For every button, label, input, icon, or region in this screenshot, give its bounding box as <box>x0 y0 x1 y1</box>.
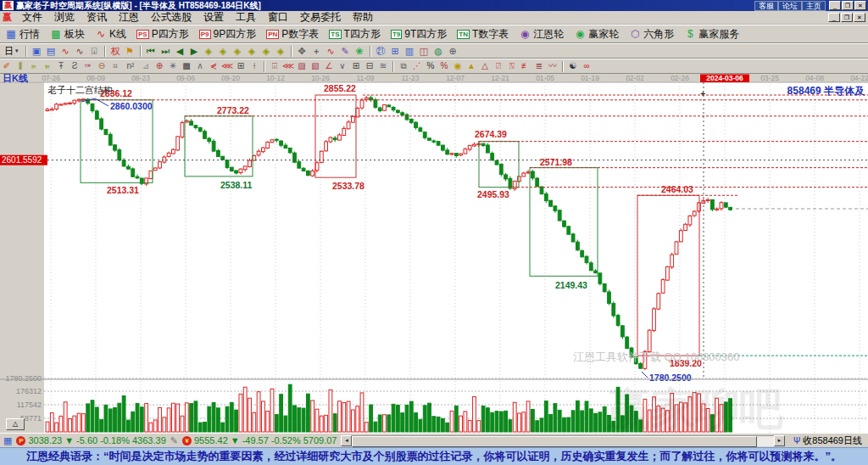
target-icon[interactable]: ⊕ <box>153 60 166 72</box>
restore-button[interactable]: ❐ <box>842 1 854 10</box>
toolbar-kline[interactable]: ∿K线 <box>90 26 131 42</box>
toolbar-winner-wheel[interactable]: ◉赢家轮 <box>569 26 624 42</box>
exrights-icon[interactable]: 权 <box>108 45 123 58</box>
scrollbar-thumb[interactable] <box>352 436 757 447</box>
n-square-icon[interactable]: n² <box>122 60 139 72</box>
percent-gold-icon[interactable]: % <box>437 60 451 72</box>
pan-hand-icon[interactable]: ✥ <box>295 45 309 58</box>
pair-box-icon[interactable]: ⧉ <box>397 60 410 72</box>
golden-grid2-icon[interactable]: ⫢ <box>41 60 54 72</box>
menu-item-3[interactable]: 江恩 <box>113 10 145 25</box>
list-grid-icon[interactable]: ⊟ <box>363 60 376 72</box>
calculator-icon[interactable]: ⊞ <box>388 45 403 58</box>
menu-item-9[interactable]: 帮助 <box>347 10 379 25</box>
flower-icon[interactable]: ❀ <box>353 45 367 58</box>
menu-item-8[interactable]: 交易委托 <box>294 10 347 25</box>
infinity-icon[interactable]: ∞ <box>580 60 593 72</box>
diamond-updown-icon[interactable]: ◈ <box>245 45 259 58</box>
pointer-pen-icon[interactable]: ✐ <box>0 60 14 72</box>
scroll-right-icon[interactable]: ► <box>774 435 785 446</box>
fan-red2-icon[interactable]: ⋘ <box>220 60 234 72</box>
toolbar-p-square[interactable]: PSP四方形 <box>131 26 194 42</box>
v-line-icon[interactable]: ∨ <box>336 60 349 72</box>
toolbar-hexagon[interactable]: ⬡六角形 <box>624 26 679 42</box>
diamond-plus-icon[interactable]: ◈ <box>259 45 274 58</box>
shaded-box-icon[interactable]: ▨ <box>295 60 309 72</box>
toolbar-t-square[interactable]: TST四方形 <box>324 26 386 42</box>
web-icon[interactable]: ◍ <box>431 45 446 58</box>
ladder-icon[interactable]: ≣ <box>532 60 546 72</box>
slope2-icon[interactable]: ⍂ <box>505 60 519 72</box>
toolbar-winner-service[interactable]: $赢家服务 <box>679 26 744 42</box>
gann-box-icon[interactable]: ⌻ <box>268 60 281 72</box>
taiji-icon[interactable]: ☯ <box>566 60 580 72</box>
kline-overlay-icon[interactable]: ∿ <box>73 45 87 58</box>
save-icon[interactable]: ◫ <box>417 45 431 58</box>
wave-small-icon[interactable]: ʌ <box>193 60 207 72</box>
gold-circle-icon[interactable]: ◉ <box>451 60 465 72</box>
golden-grid-icon[interactable]: ⫢ <box>27 60 41 72</box>
steps-icon[interactable]: ≢ <box>519 60 532 72</box>
quick-link-forum[interactable]: 论坛 <box>778 1 802 11</box>
flag-tool-icon[interactable]: ⚑ <box>123 45 137 58</box>
scroll-left-icon[interactable]: ◄ <box>341 435 352 446</box>
circle-line-icon[interactable]: ⊖ <box>95 60 108 72</box>
toolbar-t-table[interactable]: TNT数字表 <box>452 26 514 42</box>
minimize-button[interactable]: _ <box>829 1 841 10</box>
kline-chart[interactable]: 07-2608-0908-2309-0609-2010-1210-2611-09… <box>0 74 868 433</box>
mdi-close-button[interactable]: ✕ <box>854 13 865 22</box>
bars-icon[interactable]: ⍿ <box>248 60 261 72</box>
diamond-expand-icon[interactable]: ◈ <box>231 45 245 58</box>
t-line-icon[interactable]: Ŧ <box>54 60 68 72</box>
fan-red-icon[interactable]: ⋞ <box>207 60 220 72</box>
angle-line-icon[interactable]: ∠ <box>322 60 336 72</box>
quick-link-home[interactable]: 主页 <box>802 1 826 11</box>
toolbar-p-table[interactable]: PNP数字表 <box>261 26 324 42</box>
grid-lines-icon[interactable]: ⫼ <box>14 60 27 72</box>
waves-icon[interactable]: ≋ <box>376 60 390 72</box>
grid-icon[interactable]: ▦ <box>3 435 12 446</box>
zigzag-icon[interactable]: 〰 <box>546 60 559 72</box>
menu-item-1[interactable]: 浏览 <box>48 10 81 25</box>
mdi-minimize-button[interactable]: _ <box>828 13 840 22</box>
gann-fan-icon[interactable]: ⋘ <box>281 60 295 72</box>
menu-item-4[interactable]: 公式选股 <box>145 10 198 25</box>
prev-page-icon[interactable]: ◀ <box>173 45 187 58</box>
mdi-restore-button[interactable]: ❐ <box>841 13 853 22</box>
scrollbar-track[interactable] <box>352 435 773 446</box>
diamond-left-icon[interactable]: ◈ <box>202 45 216 58</box>
density-grid-icon[interactable]: ⌗ <box>108 60 122 72</box>
draw-note-icon[interactable]: ✎ <box>338 45 353 58</box>
menu-item-7[interactable]: 窗口 <box>262 10 294 25</box>
starburst-icon[interactable]: ✳ <box>166 60 180 72</box>
gold-line-icon[interactable]: ▲ <box>465 60 478 72</box>
diamond-move-icon[interactable]: ◈ <box>274 45 288 58</box>
pyramid-icon[interactable]: △ <box>478 60 492 72</box>
trend-pen-icon[interactable]: ✑ <box>81 60 95 72</box>
kline-chart-icon[interactable]: ∿ <box>58 45 73 58</box>
toolbar-9p-square[interactable]: P99P四方形 <box>194 26 261 42</box>
menu-item-0[interactable]: 文件 <box>16 10 48 25</box>
menu-item-5[interactable]: 设置 <box>198 10 230 25</box>
export-icon[interactable]: ⊕ <box>446 45 460 58</box>
toolbar-sectors[interactable]: ▩板块 <box>45 26 90 42</box>
shaded-box2-icon[interactable]: ▧ <box>309 60 322 72</box>
menu-item-6[interactable]: 工具 <box>230 10 262 25</box>
volume-collapse-button[interactable]: △ <box>6 418 25 430</box>
diamond-right-icon[interactable]: ◈ <box>216 45 231 58</box>
menu-item-2[interactable]: 资讯 <box>81 10 113 25</box>
note-icon[interactable]: ✎ <box>170 435 178 446</box>
square-grid-icon[interactable]: ⊞ <box>349 60 363 72</box>
percent-fan-icon[interactable]: ⋰ <box>410 60 424 72</box>
calendar-21-icon[interactable]: ㉑ <box>374 45 388 58</box>
first-page-icon[interactable]: ⏮ <box>144 45 159 58</box>
arc-tool-icon[interactable]: Ƨ <box>68 60 81 72</box>
info-view-icon[interactable]: ▤ <box>44 45 58 58</box>
last-page-icon[interactable]: ⏭ <box>159 45 173 58</box>
horizontal-scrollbar[interactable]: ◄ ► <box>341 435 784 446</box>
box-grid-icon[interactable]: ⊞ <box>234 60 248 72</box>
quick-link-support[interactable]: 客服 <box>754 1 778 11</box>
window-layout-icon[interactable]: ▣ <box>30 45 44 58</box>
filled-grid-icon[interactable]: ▩ <box>180 60 193 72</box>
period-dropdown[interactable]: 日▾ <box>2 45 21 58</box>
